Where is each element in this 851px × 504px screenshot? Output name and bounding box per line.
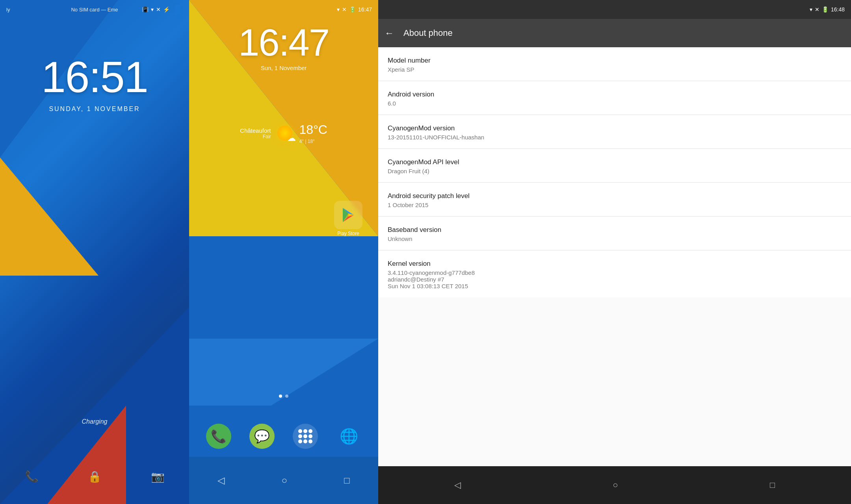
account-icon: 👤 bbox=[172, 4, 183, 15]
about-wifi-icon: ▾ bbox=[810, 6, 812, 13]
model-number-value: Xperia SP bbox=[388, 66, 842, 73]
cloud-icon: ☁ bbox=[287, 133, 296, 143]
android-version-label: Android version bbox=[388, 91, 842, 98]
kernel-version-value: 3.4.110-cyanogenmod-g777dbe8 adriandc@De… bbox=[388, 269, 842, 289]
android-version-row: Android version 6.0 bbox=[378, 81, 851, 115]
cyanogenmod-api-label: CyanogenMod API level bbox=[388, 158, 842, 166]
dot-1 bbox=[279, 395, 282, 398]
lock-charging-status: Charging bbox=[0, 418, 189, 425]
network-icon: ✕ bbox=[156, 6, 161, 13]
kernel-version-row: Kernel version 3.4.110-cyanogenmod-g777d… bbox=[378, 250, 851, 297]
security-patch-row: Android security patch level 1 October 2… bbox=[378, 183, 851, 217]
weather-sun-icon: ☁ bbox=[274, 122, 296, 144]
home-nav-home[interactable]: ○ bbox=[281, 475, 287, 486]
model-number-row: Model number Xperia SP bbox=[378, 47, 851, 81]
dock-phone-icon[interactable]: 📞 bbox=[206, 424, 231, 449]
lock-carrier-text: ly bbox=[6, 7, 10, 13]
model-number-label: Model number bbox=[388, 57, 842, 65]
wifi-icon: ▾ bbox=[151, 6, 154, 13]
apps-grid bbox=[298, 429, 312, 443]
cyanogenmod-api-value: Dragon Fruit (4) bbox=[388, 168, 842, 174]
weather-range: 4° | 18° bbox=[299, 139, 327, 144]
home-date: Sun, 1 November bbox=[189, 65, 378, 71]
about-network-icon: ✕ bbox=[815, 6, 819, 13]
cyanogenmod-version-label: CyanogenMod version bbox=[388, 124, 842, 132]
about-title: About phone bbox=[403, 28, 453, 38]
kernel-version-label: Kernel version bbox=[388, 260, 842, 268]
lock-time: 16:51 bbox=[0, 55, 189, 99]
android-version-value: 6.0 bbox=[388, 100, 842, 107]
play-store-box[interactable] bbox=[334, 201, 362, 229]
home-wifi-icon: ▾ bbox=[337, 6, 340, 13]
home-status-time: 16:47 bbox=[358, 6, 372, 13]
lock-status-bar: ly No SIM card — Eme 📳 ▾ ✕ ⚡ 👤 bbox=[0, 0, 189, 19]
about-back-button[interactable]: ← bbox=[385, 28, 394, 39]
lock-time-area: 16:51 SUNDAY, 1 NOVEMBER bbox=[0, 55, 189, 113]
lock-status-icons: 📳 ▾ ✕ ⚡ 👤 bbox=[142, 4, 183, 15]
security-patch-label: Android security patch level bbox=[388, 192, 842, 200]
about-phone-panel: ▾ ✕ 🔋 16:48 ← About phone Model number X… bbox=[378, 0, 851, 504]
about-nav-home[interactable]: ○ bbox=[613, 480, 618, 490]
home-nav-bar: ◁ ○ □ bbox=[189, 457, 378, 504]
home-screen: ▾ ✕ 🔋 16:47 16:47 Sun, 1 November Châtea… bbox=[189, 0, 378, 504]
dot-2 bbox=[285, 395, 288, 398]
lock-status-center: No SIM card — Eme bbox=[71, 7, 118, 13]
baseband-version-label: Baseband version bbox=[388, 226, 842, 234]
lock-unlock-button[interactable]: 🔒 bbox=[84, 465, 106, 487]
lock-date: SUNDAY, 1 NOVEMBER bbox=[0, 106, 189, 113]
weather-location: Châteaufort bbox=[240, 127, 271, 134]
weather-condition: Fair bbox=[240, 134, 271, 139]
home-dock: 📞 💬 🌐 bbox=[189, 424, 378, 449]
lock-triangle-3 bbox=[0, 158, 98, 276]
baseband-version-row: Baseband version Unknown bbox=[378, 217, 851, 250]
about-nav-back[interactable]: ◁ bbox=[454, 480, 461, 490]
about-nav-bar: ◁ ○ □ bbox=[378, 466, 851, 504]
cyanogenmod-version-row: CyanogenMod version 13-20151101-UNOFFICI… bbox=[378, 115, 851, 149]
lock-screen: ly No SIM card — Eme 📳 ▾ ✕ ⚡ 👤 16:51 SUN… bbox=[0, 0, 189, 504]
vibrate-icon: 📳 bbox=[142, 6, 149, 13]
weather-widget: Châteaufort Fair ☁ 18°C 4° | 18° bbox=[213, 122, 355, 144]
play-store-svg bbox=[340, 206, 357, 224]
weather-temperature: 18°C bbox=[299, 122, 327, 137]
home-dots-indicator bbox=[189, 395, 378, 398]
play-store-icon[interactable]: Play Store bbox=[334, 201, 362, 236]
dock-apps-icon[interactable] bbox=[293, 424, 318, 449]
dock-messenger-icon[interactable]: 💬 bbox=[249, 424, 275, 449]
home-clock: 16:47 bbox=[189, 24, 378, 61]
cyanogenmod-version-value: 13-20151101-UNOFFICIAL-huashan bbox=[388, 134, 842, 141]
home-nav-recent[interactable]: □ bbox=[344, 475, 350, 486]
lock-bottom-bar: 📞 🔒 📷 bbox=[0, 457, 189, 504]
baseband-version-value: Unknown bbox=[388, 235, 842, 242]
about-status-time: 16:48 bbox=[831, 6, 845, 13]
battery-icon: ⚡ bbox=[163, 6, 170, 13]
security-patch-value: 1 October 2015 bbox=[388, 202, 842, 208]
about-content: Model number Xperia SP Android version 6… bbox=[378, 47, 851, 466]
about-nav-recent[interactable]: □ bbox=[770, 480, 775, 490]
home-nav-back[interactable]: ◁ bbox=[217, 475, 225, 486]
home-clock-area: 16:47 Sun, 1 November bbox=[189, 24, 378, 71]
about-status-bar: ▾ ✕ 🔋 16:48 bbox=[378, 0, 851, 19]
cyanogenmod-api-row: CyanogenMod API level Dragon Fruit (4) bbox=[378, 149, 851, 183]
home-battery-icon: 🔋 bbox=[349, 6, 356, 13]
lock-camera-button[interactable]: 📷 bbox=[147, 465, 169, 487]
home-network-icon: ✕ bbox=[342, 6, 347, 13]
about-battery-icon: 🔋 bbox=[822, 6, 829, 13]
home-status-bar: ▾ ✕ 🔋 16:47 bbox=[189, 0, 378, 19]
dock-browser-icon[interactable]: 🌐 bbox=[336, 424, 361, 449]
about-toolbar: ← About phone bbox=[378, 19, 851, 47]
play-store-label: Play Store bbox=[337, 231, 359, 236]
lock-phone-button[interactable]: 📞 bbox=[20, 465, 43, 487]
